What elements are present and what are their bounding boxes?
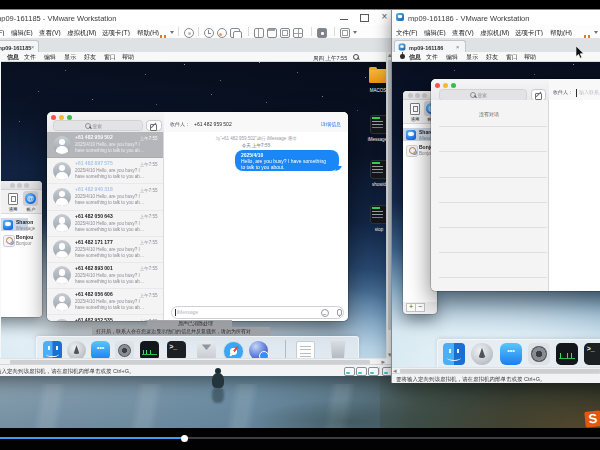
emoji-icon[interactable] xyxy=(321,309,329,317)
unity-icon[interactable] xyxy=(293,28,303,38)
desktop-icon-imessagec-script[interactable]: iMessageC xyxy=(370,115,386,134)
menu-help[interactable]: 帮助(H) xyxy=(550,29,572,36)
prefs-tab-general[interactable] xyxy=(407,101,422,116)
recipient-placeholder[interactable]: 输入联系人 xyxy=(579,90,600,95)
dock-finder-icon[interactable] xyxy=(43,341,62,358)
fullscreen-icon[interactable] xyxy=(280,28,290,38)
compose-button[interactable] xyxy=(531,89,546,101)
dock-terminal-icon[interactable] xyxy=(167,341,186,358)
close-traffic-light[interactable] xyxy=(435,83,440,88)
conversation-row[interactable]: +61 482 056 606 上午7:55 2025/4/10 Hello, … xyxy=(47,289,163,315)
conversation-row[interactable]: +61 482 893 001 上午7:55 2025/4/10 Hello, … xyxy=(47,263,163,289)
console-view-icon[interactable] xyxy=(267,28,277,38)
zoom-traffic-light[interactable] xyxy=(451,83,456,88)
dock-system-preferences-icon[interactable] xyxy=(528,343,550,365)
menu-edit[interactable]: 编辑(E) xyxy=(424,29,446,36)
prefs-close-icon[interactable] xyxy=(10,183,15,188)
dock-terminal-icon[interactable] xyxy=(584,343,600,365)
dock-system-preferences-icon[interactable] xyxy=(115,341,134,358)
macos-menu-file[interactable]: 文件 xyxy=(426,54,438,60)
conversation-row[interactable]: +61 482 959 502 上午7:55 2025/4/10 Hello, … xyxy=(47,132,163,158)
menu-vm[interactable]: 虚拟机(M) xyxy=(480,29,509,36)
details-button[interactable]: 详细信息 xyxy=(321,122,341,127)
dock-safari-icon[interactable] xyxy=(223,341,244,358)
revert-snapshot-icon[interactable] xyxy=(217,28,227,38)
macos-menu-help[interactable]: 帮助 xyxy=(122,54,134,60)
video-progress-knob[interactable] xyxy=(181,435,188,442)
tab-close-icon[interactable]: × xyxy=(31,44,34,50)
prefs-tab-accounts[interactable] xyxy=(23,191,38,206)
dock-activity-monitor-icon[interactable] xyxy=(140,341,159,358)
conversation-row[interactable]: +61 482 897 575 上午7:55 2025/4/10 Hello, … xyxy=(47,158,163,184)
maximize-button[interactable] xyxy=(358,12,371,23)
remove-account-button[interactable]: − xyxy=(415,303,425,312)
menu-edit[interactable]: 编辑(E) xyxy=(11,29,33,36)
macos-menu-help[interactable]: 帮助 xyxy=(524,54,536,60)
dock-installer-icon[interactable] xyxy=(197,341,216,358)
menu-view[interactable]: 查看(V) xyxy=(39,29,61,36)
macos-menu-messages[interactable]: 信息 xyxy=(7,54,19,60)
macos-menu-file[interactable]: 文件 xyxy=(24,54,36,60)
dictation-mic-icon[interactable] xyxy=(337,309,342,316)
desktop-icon-macos-folder[interactable]: MACOS xyxy=(369,69,386,83)
conversation-row[interactable]: +61 482 940 318 上午7:55 2025/4/10 Hello, … xyxy=(47,184,163,210)
close-button[interactable]: × xyxy=(378,12,391,23)
send-cad-icon[interactable] xyxy=(184,28,194,38)
dock-document-icon[interactable] xyxy=(296,341,315,358)
menubar-clock[interactable]: 周四 上午7:55 xyxy=(313,55,347,61)
manage-snapshots-icon[interactable] xyxy=(230,28,240,38)
macos-menu-buddies[interactable]: 好友 xyxy=(486,54,498,60)
dock-siri-orb-icon[interactable] xyxy=(249,341,268,358)
menu-help[interactable]: 帮助(H) xyxy=(137,29,159,36)
menu-file[interactable]: 文件(F) xyxy=(396,29,417,36)
display-stretch-menu-icon[interactable] xyxy=(353,31,357,34)
dock-trash-icon[interactable] xyxy=(329,341,347,358)
prefs-zoom-icon[interactable] xyxy=(422,93,427,98)
conversation-row[interactable]: +61 482 952 535 上午7:55 2025/4/10 Hello, … xyxy=(47,315,163,321)
prefs-minimize-icon[interactable] xyxy=(415,93,420,98)
screenshot-icon[interactable] xyxy=(317,28,327,38)
macos-menu-window[interactable]: 窗口 xyxy=(104,54,116,60)
imessage-input[interactable]: iMessage xyxy=(171,306,344,319)
conversation-row[interactable]: +61 482 050 643 上午7:55 2025/4/10 Hello, … xyxy=(47,211,163,237)
macos-menu-buddies[interactable]: 好友 xyxy=(84,54,96,60)
prefs-zoom-icon[interactable] xyxy=(24,183,29,188)
account-row-bonjour[interactable]: Bonjou Bonjour xyxy=(1,233,28,246)
minimize-traffic-light[interactable] xyxy=(443,83,448,88)
macos-menu-view[interactable]: 显示 xyxy=(64,54,76,60)
prefs-tab-general[interactable] xyxy=(5,191,20,206)
dock-messages-icon[interactable] xyxy=(500,343,522,365)
prefs-close-icon[interactable] xyxy=(408,93,413,98)
take-snapshot-icon[interactable] xyxy=(204,28,214,38)
status-cd-rom-icon[interactable] xyxy=(356,367,367,376)
apple-menu-icon[interactable] xyxy=(400,54,405,59)
dock-messages-icon[interactable] xyxy=(91,341,110,358)
video-progress-track[interactable] xyxy=(0,437,600,439)
desktop-icon-stop-script[interactable]: stop xyxy=(370,205,386,224)
dock-finder-icon[interactable] xyxy=(443,343,465,365)
suspend-menu-icon[interactable] xyxy=(170,31,174,34)
dock-activity-monitor-icon[interactable] xyxy=(556,343,578,365)
menu-view[interactable]: 查看(V) xyxy=(452,29,474,36)
prefs-titlebar[interactable] xyxy=(1,181,42,190)
tab-close-icon[interactable]: × xyxy=(456,44,459,50)
conversation-row[interactable]: +61 482 171 177 上午7:55 2025/4/10 Hello, … xyxy=(47,237,163,263)
macos-menu-edit[interactable]: 编辑 xyxy=(446,54,458,60)
macos-menu-messages[interactable]: 信息 xyxy=(409,54,421,60)
dock-launchpad-icon[interactable] xyxy=(67,341,86,358)
account-row-imessage[interactable]: Sharon iMessage xyxy=(1,218,28,231)
menu-tabs[interactable]: 选项卡(T) xyxy=(102,29,130,36)
menu-tabs[interactable]: 选项卡(T) xyxy=(515,29,543,36)
menu-vm[interactable]: 虚拟机(M) xyxy=(67,29,96,36)
status-network-icon[interactable] xyxy=(368,367,379,376)
macos-menu-view[interactable]: 显示 xyxy=(466,54,478,60)
right-titlebar[interactable]: mp09-161186 - VMware Workstation xyxy=(392,10,600,25)
library-view-icon[interactable] xyxy=(254,28,264,38)
desktop-icon-showid-script[interactable]: showid xyxy=(370,160,386,179)
display-stretch-icon[interactable] xyxy=(340,28,350,38)
dock-launchpad-icon[interactable] xyxy=(471,343,493,365)
left-titlebar[interactable]: mp09-161185 - VMware Workstation × xyxy=(0,10,392,25)
spotlight-search-icon[interactable] xyxy=(353,54,359,60)
menu-file[interactable]: 文件(F) xyxy=(0,29,4,36)
status-hard-disk-icon[interactable] xyxy=(344,367,355,376)
